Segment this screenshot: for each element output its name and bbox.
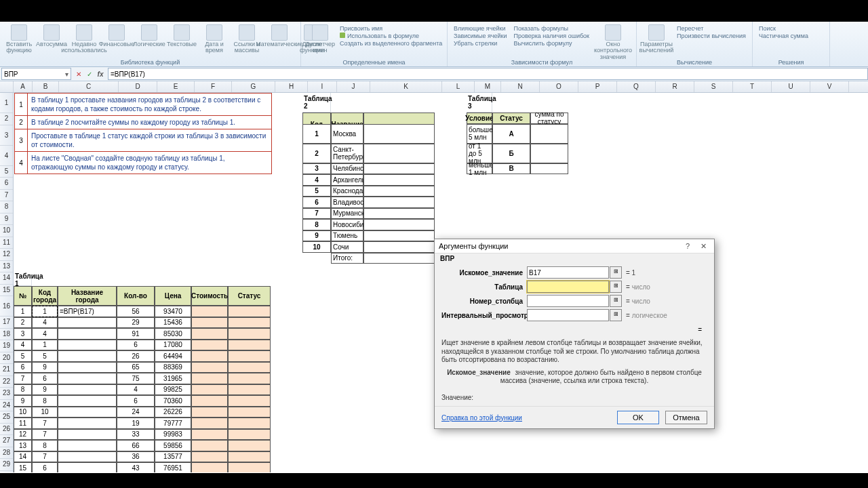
column-header[interactable]: N xyxy=(501,81,540,92)
cell[interactable]: 6 xyxy=(117,340,155,351)
row-header[interactable]: 30 xyxy=(0,471,13,473)
cell[interactable]: 7 xyxy=(302,208,331,220)
range-select-icon[interactable]: ⊞ xyxy=(610,266,622,279)
cell[interactable]: 56 xyxy=(117,306,155,317)
ribbon-item[interactable]: Произвести вычисления xyxy=(677,33,746,39)
range-select-icon[interactable]: ⊞ xyxy=(610,281,622,293)
cell[interactable] xyxy=(228,373,271,384)
cell[interactable] xyxy=(58,317,117,329)
cancel-icon[interactable]: ✕ xyxy=(74,69,83,79)
cell[interactable]: 64494 xyxy=(155,350,191,362)
cell[interactable] xyxy=(228,429,271,441)
range-select-icon[interactable]: ⊞ xyxy=(610,309,622,321)
cell[interactable]: 36 xyxy=(117,451,155,463)
cell[interactable]: Б xyxy=(492,144,530,163)
cell[interactable]: 9 xyxy=(32,384,58,396)
cell[interactable] xyxy=(58,418,117,429)
cell[interactable] xyxy=(191,317,228,329)
column-header[interactable]: J xyxy=(337,81,370,92)
dialog-help-link[interactable]: Справка по этой функции xyxy=(441,414,522,422)
cell[interactable]: 15436 xyxy=(155,317,191,329)
cell[interactable] xyxy=(191,440,228,451)
column-header[interactable]: V xyxy=(810,81,849,92)
column-header[interactable]: C xyxy=(59,81,119,92)
cell[interactable]: В xyxy=(492,163,530,175)
row-header[interactable]: 13 xyxy=(0,261,13,273)
cell[interactable] xyxy=(228,407,271,418)
cell[interactable]: Стоимость xyxy=(191,286,228,306)
arg-input[interactable] xyxy=(527,266,609,279)
cell[interactable]: 6 xyxy=(32,462,58,472)
cell[interactable] xyxy=(530,144,568,163)
cell[interactable] xyxy=(363,144,435,163)
cell[interactable]: Таблица 1 xyxy=(14,275,32,287)
cell[interactable] xyxy=(191,418,228,429)
row-header[interactable]: 17 xyxy=(0,317,13,329)
cell[interactable] xyxy=(191,451,228,463)
row-header[interactable]: 23 xyxy=(0,388,13,400)
row-header[interactable]: 2 xyxy=(0,113,13,125)
column-header[interactable]: R xyxy=(656,81,694,92)
cell[interactable] xyxy=(58,362,117,373)
cell[interactable] xyxy=(363,186,435,197)
cell[interactable]: 9 xyxy=(32,362,58,373)
cell[interactable] xyxy=(228,451,271,463)
row-header[interactable]: 19 xyxy=(0,340,13,352)
cell[interactable]: 4 xyxy=(117,384,155,396)
ribbon-button[interactable]: Дата и время xyxy=(198,23,231,56)
ribbon-item[interactable]: Влияющие ячейки xyxy=(454,25,507,32)
watch-window-button[interactable]: Окно контрольного значения xyxy=(593,23,633,62)
row-header[interactable]: 25 xyxy=(0,411,13,424)
cell[interactable] xyxy=(58,451,117,463)
cell[interactable]: Итого: xyxy=(331,253,363,264)
close-icon[interactable]: ✕ xyxy=(696,242,710,251)
column-header[interactable]: Q xyxy=(617,81,656,92)
column-header[interactable]: M xyxy=(475,81,501,92)
cell[interactable]: 7 xyxy=(14,373,32,384)
cell[interactable]: Код города xyxy=(32,286,58,306)
cell[interactable]: 91 xyxy=(117,328,155,340)
column-header[interactable]: K xyxy=(370,81,442,92)
cell[interactable]: 3 xyxy=(302,163,331,175)
ribbon-item[interactable]: Убрать стрелки xyxy=(454,40,507,47)
formula-input[interactable]: =ВПР(B17) xyxy=(108,68,868,80)
fx-icon[interactable]: fx xyxy=(96,69,105,79)
cell[interactable]: меньше 1 млн xyxy=(467,163,492,175)
row-header[interactable]: 16 xyxy=(0,296,13,317)
cell[interactable] xyxy=(228,340,271,351)
cell[interactable]: 65 xyxy=(117,362,155,373)
ribbon-item[interactable]: Вычислить формулу xyxy=(514,40,590,47)
cell[interactable] xyxy=(58,429,117,441)
cell[interactable] xyxy=(58,407,117,418)
cell[interactable]: 26226 xyxy=(155,407,191,418)
column-header[interactable]: T xyxy=(733,81,772,92)
column-header[interactable]: P xyxy=(578,81,617,92)
row-header[interactable]: 20 xyxy=(0,352,13,365)
cell[interactable] xyxy=(58,350,117,362)
row-header[interactable]: 29 xyxy=(0,459,13,471)
cell[interactable] xyxy=(58,395,117,407)
cell[interactable] xyxy=(530,163,568,175)
cell[interactable]: 5 xyxy=(32,350,58,362)
cell[interactable] xyxy=(58,440,117,451)
cell[interactable]: Архангельск xyxy=(331,174,363,186)
row-header[interactable]: 1 xyxy=(0,93,13,113)
arg-input[interactable] xyxy=(527,295,609,307)
ribbon-item[interactable]: Создать из выделенного фрагмента xyxy=(340,40,442,47)
row-header[interactable]: 14 xyxy=(0,272,13,285)
cell[interactable]: 10 xyxy=(302,241,331,253)
row-header[interactable]: 22 xyxy=(0,376,13,388)
cell[interactable]: 8 xyxy=(14,384,32,396)
cell[interactable]: 1 xyxy=(14,306,32,317)
cell[interactable]: Таблица 2 xyxy=(302,93,331,113)
cell[interactable] xyxy=(191,429,228,441)
row-header[interactable]: 3 xyxy=(0,125,13,146)
cell[interactable] xyxy=(363,219,435,230)
cell[interactable]: 43 xyxy=(117,462,155,472)
cell[interactable]: 10 xyxy=(32,407,58,418)
cell[interactable]: 9 xyxy=(14,395,32,407)
cell[interactable] xyxy=(191,350,228,362)
cell[interactable] xyxy=(228,395,271,407)
cell[interactable]: Название города xyxy=(58,286,117,306)
row-header[interactable]: 6 xyxy=(0,178,13,190)
